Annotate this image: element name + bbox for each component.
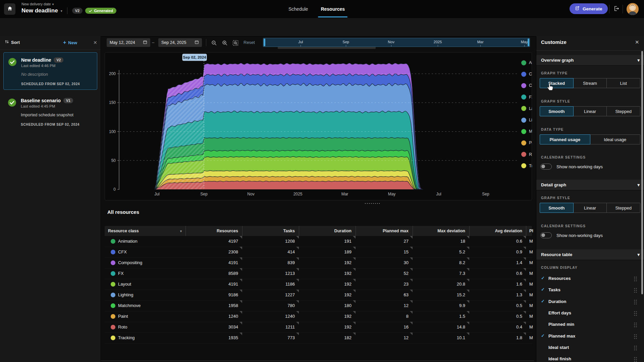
segmented-option-stacked[interactable]: Stacked bbox=[540, 78, 574, 88]
scrollbar-thumb[interactable] bbox=[641, 51, 643, 294]
column-display-item[interactable]: ✓Planned max bbox=[536, 330, 644, 342]
home-button[interactable] bbox=[4, 3, 15, 15]
drag-handle-icon[interactable] bbox=[634, 299, 637, 305]
segmented-option-ideal-usage[interactable]: Ideal usage bbox=[590, 134, 641, 144]
show-non-working-days-toggle[interactable]: Show non-working days bbox=[540, 164, 603, 170]
column-header[interactable]: Avg deviation bbox=[472, 226, 522, 236]
column-display-item[interactable]: ✓Resources bbox=[536, 273, 644, 284]
minimap-selected-range[interactable] bbox=[263, 38, 530, 47]
close-customize-button[interactable]: ✕ bbox=[633, 39, 641, 46]
column-header[interactable]: Tasks bbox=[245, 226, 295, 236]
column-resize-mark bbox=[353, 257, 356, 260]
timeline-minimap[interactable]: JulSepNov2025MarMay bbox=[263, 38, 530, 47]
zoom-out-button[interactable] bbox=[210, 39, 218, 47]
segmented-option-smooth[interactable]: Smooth bbox=[540, 106, 574, 116]
segmented-option-linear[interactable]: Linear bbox=[574, 106, 607, 116]
reset-button[interactable]: Reset bbox=[244, 40, 255, 45]
chevron-down-icon[interactable]: ▾ bbox=[61, 9, 62, 13]
show-non-working-days-toggle[interactable]: Show non-working days bbox=[540, 232, 603, 238]
minimap-right-handle[interactable] bbox=[528, 39, 529, 46]
legend-item[interactable]: Animation bbox=[518, 57, 532, 68]
column-divider[interactable] bbox=[356, 226, 356, 236]
table-row[interactable]: FX85891213192527.30.6M bbox=[105, 268, 532, 279]
graph-type-segmented: StackedStreamList bbox=[540, 78, 640, 88]
tab-schedule[interactable]: Schedule bbox=[288, 0, 308, 18]
zoom-selection-button[interactable] bbox=[231, 39, 239, 47]
legend-item[interactable]: Roto bbox=[518, 149, 532, 160]
segmented-option-stream[interactable]: Stream bbox=[574, 78, 607, 88]
segmented-option-stepped[interactable]: Stepped bbox=[607, 203, 640, 213]
column-header-resource-class[interactable]: Resource class▾ bbox=[108, 226, 182, 236]
drag-handle-icon[interactable] bbox=[634, 334, 637, 339]
legend-item[interactable]: Compositing bbox=[518, 80, 532, 91]
table-row[interactable]: Tracking19357731821210.11.8M bbox=[105, 333, 532, 344]
column-divider[interactable] bbox=[469, 226, 470, 236]
drag-handle-icon[interactable] bbox=[634, 311, 637, 316]
export-button[interactable] bbox=[612, 5, 621, 13]
drag-handle-icon[interactable] bbox=[634, 345, 637, 351]
drag-handle-icon[interactable] bbox=[634, 322, 637, 327]
column-display-item[interactable]: Effort days bbox=[536, 307, 644, 319]
section-detail-graph[interactable]: Detail graph ▾ bbox=[536, 180, 644, 190]
toggle-off[interactable] bbox=[540, 164, 552, 170]
date-start-button[interactable]: May 12, 2024 bbox=[107, 38, 150, 47]
new-scenario-button[interactable]: + New bbox=[63, 40, 77, 46]
segmented-option-smooth[interactable]: Smooth bbox=[540, 203, 574, 213]
generate-button[interactable]: Generate bbox=[570, 3, 608, 14]
table-row[interactable]: Paint1240124019281.50.5M bbox=[105, 311, 532, 322]
column-divider[interactable] bbox=[242, 226, 243, 236]
legend-item[interactable]: Tracking bbox=[518, 160, 532, 172]
table-row[interactable]: Matchmove1958780180129.90.5M bbox=[105, 300, 532, 311]
column-header[interactable]: Duration bbox=[301, 226, 352, 236]
table-row[interactable]: CFX2308414189155.20.9M bbox=[105, 247, 532, 258]
drag-handle-icon[interactable] bbox=[634, 276, 637, 282]
section-overview-graph[interactable]: Overview graph ▾ bbox=[536, 55, 644, 66]
scenario-card[interactable]: Baseline scenarioV1Last edited 4:45 PMIm… bbox=[3, 93, 97, 131]
column-divider[interactable] bbox=[413, 226, 413, 236]
stacked-area-chart[interactable]: 050100150200JulSepNov2025MarMayJulSepSep… bbox=[105, 53, 532, 200]
segmented-option-list[interactable]: List bbox=[607, 78, 640, 88]
drag-handle-icon[interactable] bbox=[634, 288, 637, 293]
column-header[interactable]: Planned max bbox=[358, 226, 409, 236]
scenario-card[interactable]: New deadlineV2Last edited 4:46 PMNo desc… bbox=[3, 52, 97, 90]
table-row[interactable]: Animation4197120819127180.6M bbox=[105, 236, 532, 247]
table-row[interactable]: Compositing4191839192308.21.4M bbox=[105, 257, 532, 268]
table-row[interactable]: Layout419111861922320.81.6M bbox=[105, 279, 532, 290]
column-display-item[interactable]: Planned min bbox=[536, 319, 644, 330]
legend-item[interactable]: Matchmove bbox=[518, 126, 532, 137]
tab-resources[interactable]: Resources bbox=[321, 0, 345, 18]
legend-item[interactable]: Paint bbox=[518, 137, 532, 148]
drag-handle-icon[interactable] bbox=[634, 357, 637, 362]
segmented-option-linear[interactable]: Linear bbox=[574, 203, 607, 213]
breadcrumb[interactable]: New delivery date ▾ bbox=[21, 2, 54, 6]
date-end-button[interactable]: Sep 24, 2025 bbox=[158, 38, 202, 47]
segmented-option-planned-usage[interactable]: Planned usage bbox=[540, 134, 590, 144]
page-title[interactable]: New deadline bbox=[21, 7, 58, 14]
column-header[interactable]: Max deviation bbox=[415, 226, 465, 236]
column-resize-mark bbox=[410, 333, 413, 335]
toggle-off[interactable] bbox=[540, 232, 552, 238]
column-display-item[interactable]: Ideal start bbox=[536, 342, 644, 353]
table-row[interactable]: Roto303412111921614.80.4M bbox=[105, 322, 532, 333]
sort-button[interactable]: Sort bbox=[5, 40, 20, 45]
column-display-item[interactable]: ✓Tasks bbox=[536, 284, 644, 296]
segmented-option-stepped[interactable]: Stepped bbox=[607, 106, 640, 116]
close-sidebar-button[interactable]: ✕ bbox=[91, 39, 99, 46]
section-resource-table[interactable]: Resource table ▾ bbox=[536, 249, 644, 260]
column-display-item[interactable]: Ideal finish bbox=[536, 353, 644, 362]
column-header[interactable]: Resources bbox=[188, 226, 238, 236]
column-divider[interactable] bbox=[526, 226, 526, 236]
legend-item[interactable]: Layout bbox=[518, 103, 532, 114]
panel-resize-handle[interactable] bbox=[364, 202, 380, 205]
column-divider[interactable] bbox=[299, 226, 299, 236]
legend-item[interactable]: CFX bbox=[518, 68, 532, 80]
column-display-item[interactable]: ✓Duration bbox=[536, 296, 644, 307]
legend-item[interactable]: FX bbox=[518, 92, 532, 103]
column-divider[interactable] bbox=[185, 226, 186, 236]
calendar-settings-label: CALENDAR SETTINGS bbox=[541, 224, 586, 228]
table-row[interactable]: Lighting918612271926315.21.3M bbox=[105, 290, 532, 301]
legend-item[interactable]: Lighting bbox=[518, 114, 532, 126]
avatar[interactable] bbox=[627, 3, 639, 15]
zoom-in-button[interactable] bbox=[221, 39, 229, 47]
minimap-left-handle[interactable] bbox=[264, 39, 265, 46]
